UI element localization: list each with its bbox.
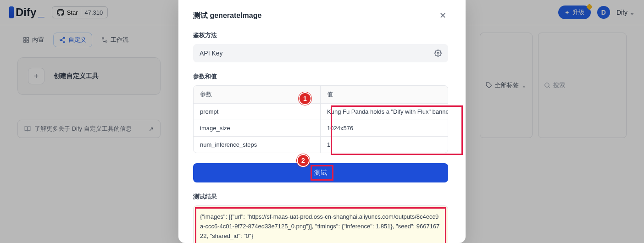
table-header: 参数 值	[194, 86, 448, 104]
test-button-wrap: 测试	[193, 163, 448, 182]
result-section-label: 测试结果	[193, 193, 448, 201]
modal-header: 测试 generateImage ✕	[193, 10, 448, 21]
result-box: {"images": [{"url": "https://sf-maas-uat…	[193, 205, 448, 243]
header-value: 值	[321, 86, 448, 103]
auth-section-label: 鉴权方法	[193, 31, 448, 39]
annotation-badge-2: 2	[297, 154, 310, 167]
result-text: {"images": [{"url": "https://sf-maas-uat…	[200, 213, 439, 239]
annotation-badge-1: 1	[299, 92, 311, 105]
auth-method-row[interactable]: API Key	[193, 44, 448, 62]
param-name: image_size	[194, 120, 321, 136]
params-table: 参数 值 prompt Kung Fu Panda holds a "Dify …	[193, 85, 448, 153]
table-row: num_inference_steps 1	[194, 137, 448, 153]
param-value-input[interactable]: 1	[321, 137, 448, 153]
close-icon[interactable]: ✕	[437, 10, 448, 21]
param-name: num_inference_steps	[194, 137, 321, 153]
test-tool-modal: 测试 generateImage ✕ 鉴权方法 API Key 参数和值 参数 …	[178, 0, 466, 243]
auth-value: API Key	[200, 50, 223, 57]
modal-title: 测试 generateImage	[193, 11, 261, 21]
param-value-input[interactable]: Kung Fu Panda holds a "Dify with Flux" b…	[321, 104, 448, 120]
table-row: image_size 1024x576	[194, 120, 448, 137]
gear-icon[interactable]	[434, 50, 442, 57]
svg-point-14	[437, 52, 439, 54]
param-name: prompt	[194, 104, 321, 120]
test-button[interactable]: 测试	[193, 163, 448, 182]
params-section-label: 参数和值	[193, 72, 448, 81]
table-row: prompt Kung Fu Panda holds a "Dify with …	[194, 104, 448, 120]
param-value-input[interactable]: 1024x576	[321, 120, 448, 136]
